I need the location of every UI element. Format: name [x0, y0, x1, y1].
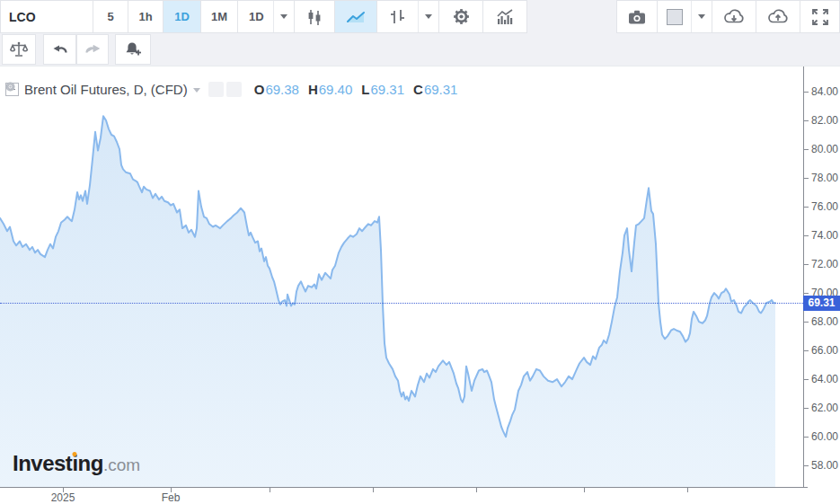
high-key: H — [308, 82, 318, 97]
investing-logo: Investing .com — [13, 451, 140, 476]
load-chart-button[interactable] — [712, 0, 756, 33]
ohlc-bars-button[interactable] — [376, 0, 439, 33]
x-tick-label: 2025 — [36, 491, 90, 504]
low-key: L — [361, 82, 369, 97]
y-tick-label: 76.00 — [811, 200, 838, 213]
interval-button-1h[interactable]: 1h — [128, 0, 164, 33]
close-key: C — [413, 82, 423, 97]
alert-add-icon — [123, 40, 143, 58]
chevron-down-icon[interactable] — [691, 1, 712, 32]
price-axis-line — [803, 66, 804, 491]
open-value: 69.38 — [265, 82, 299, 97]
undo-icon — [52, 42, 68, 57]
close-value: 69.31 — [424, 82, 458, 97]
camera-icon — [627, 8, 647, 26]
toolbar-spacer — [527, 0, 617, 33]
cloud-download-icon — [722, 7, 746, 27]
price-area-chart — [0, 66, 803, 488]
y-tick-label: 60.00 — [811, 430, 838, 443]
y-tick — [804, 178, 809, 179]
compare-button[interactable] — [2, 34, 36, 65]
y-tick-label: 74.00 — [811, 229, 838, 242]
y-tick-label: 58.00 — [811, 459, 838, 472]
indicators-icon — [495, 8, 515, 26]
y-tick-label: 80.00 — [811, 143, 838, 155]
redo-icon — [84, 42, 101, 57]
y-tick — [804, 149, 809, 150]
ohlc-bars-icon — [389, 8, 407, 26]
visibility-toggle[interactable] — [208, 82, 224, 97]
y-tick — [804, 235, 809, 236]
symbol-label: LCO — [9, 10, 36, 24]
compare-scales-icon — [9, 40, 29, 58]
y-tick — [804, 379, 809, 380]
add-alert-button[interactable] — [115, 34, 151, 65]
x-tick — [373, 488, 374, 492]
x-tick-label: Feb — [144, 491, 198, 504]
interval-button-1m[interactable]: 1M — [200, 0, 238, 33]
y-tick — [804, 408, 809, 409]
cloud-upload-icon — [766, 7, 790, 27]
y-tick-label: 84.00 — [811, 85, 838, 98]
chart-title[interactable]: Brent Oil Futures, D, (CFD) — [24, 82, 188, 97]
indicators-button[interactable] — [482, 0, 527, 33]
y-tick-label: 72.00 — [811, 258, 838, 270]
high-value: 69.40 — [319, 82, 353, 97]
x-tick — [584, 488, 585, 492]
symbol-button[interactable]: LCO — [0, 0, 93, 33]
y-tick — [804, 293, 809, 294]
logo-orange-dot: i — [72, 451, 77, 475]
y-tick — [804, 350, 809, 351]
settings-button[interactable] — [438, 0, 483, 33]
last-price-tag: 69.31 — [803, 296, 840, 311]
candlestick-chart-button[interactable] — [294, 0, 335, 33]
area-chart-button[interactable] — [334, 0, 377, 33]
y-tick — [804, 92, 809, 93]
fullscreen-button[interactable] — [800, 0, 840, 33]
y-tick-label: 68.00 — [811, 315, 838, 328]
y-tick-label: 78.00 — [811, 172, 838, 184]
chart-plot-area[interactable]: Brent Oil Futures, D, (CFD) — [0, 66, 803, 488]
interval-dropdown-button[interactable]: 1D — [237, 0, 295, 33]
redo-button[interactable] — [76, 34, 109, 65]
gear-small-icon — [5, 82, 15, 92]
save-chart-button[interactable] — [756, 0, 800, 33]
last-price-dashed-line — [0, 303, 803, 304]
screenshot-button[interactable] — [616, 0, 658, 33]
y-tick-label: 66.00 — [811, 344, 838, 357]
secondary-toolbar — [0, 33, 840, 66]
y-tick-label: 62.00 — [811, 402, 838, 414]
area-chart-icon — [346, 8, 366, 26]
open-key: O — [254, 82, 265, 97]
background-color-button[interactable] — [657, 0, 712, 33]
y-tick-label: 64.00 — [811, 373, 838, 385]
gear-icon — [452, 7, 471, 26]
y-tick-label: 82.00 — [811, 114, 838, 127]
low-value: 69.31 — [370, 82, 404, 97]
y-tick — [804, 207, 809, 208]
chevron-down-icon[interactable] — [193, 88, 200, 93]
chevron-down-icon[interactable] — [273, 1, 294, 32]
y-tick — [804, 465, 809, 466]
chart-legend: Brent Oil Futures, D, (CFD) — [5, 82, 457, 97]
main-toolbar: LCO 5 1h 1D 1M 1D — [0, 0, 840, 33]
background-square-icon — [666, 8, 684, 26]
y-tick — [804, 437, 809, 438]
x-tick — [476, 488, 477, 492]
fullscreen-icon — [811, 8, 829, 26]
interval-button-1d[interactable]: 1D — [163, 0, 201, 33]
chevron-down-icon[interactable] — [418, 1, 438, 32]
x-tick — [687, 488, 688, 492]
interval-button-5[interactable]: 5 — [93, 0, 128, 33]
y-tick — [804, 120, 809, 121]
series-settings-button[interactable] — [226, 82, 242, 97]
undo-button[interactable] — [43, 34, 76, 65]
time-axis[interactable]: 2025Feb — [0, 487, 840, 504]
candlestick-icon — [305, 8, 323, 26]
x-tick — [270, 488, 270, 492]
y-tick — [804, 322, 809, 323]
y-tick — [804, 264, 809, 265]
chart-widget: LCO 5 1h 1D 1M 1D — [0, 0, 840, 504]
price-axis[interactable]: 69.31 84.0082.0080.0078.0076.0074.0072.0… — [803, 66, 840, 504]
ohlc-readout: O69.38 H69.40 L69.31 C69.31 — [254, 82, 458, 97]
